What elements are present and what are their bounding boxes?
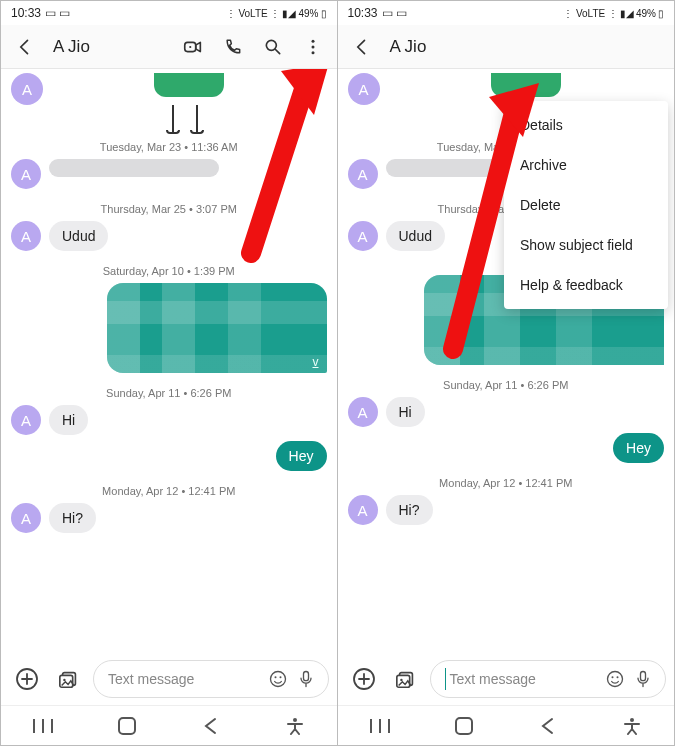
status-signal: ▮◢ xyxy=(282,8,296,19)
message-placeholder: Text message xyxy=(108,671,264,687)
svg-point-5 xyxy=(311,51,314,54)
message-out[interactable]: Hey xyxy=(613,433,664,463)
mic-button[interactable] xyxy=(629,661,657,697)
message-in[interactable]: Hi? xyxy=(386,495,433,525)
avatar[interactable]: A xyxy=(348,397,378,427)
status-time: 10:33 xyxy=(11,6,41,20)
svg-rect-13 xyxy=(303,672,308,681)
menu-delete[interactable]: Delete xyxy=(504,185,668,225)
date-separator: Sunday, Apr 11 • 6:26 PM xyxy=(338,379,675,391)
recents-button[interactable] xyxy=(25,708,61,744)
svg-point-22 xyxy=(617,676,619,678)
emoji-button[interactable] xyxy=(601,661,629,697)
overflow-menu: Details Archive Delete Show subject fiel… xyxy=(504,101,668,309)
recents-button[interactable] xyxy=(362,708,398,744)
svg-point-11 xyxy=(274,676,276,678)
chat-title[interactable]: A Jio xyxy=(384,37,669,57)
svg-rect-14 xyxy=(119,718,135,734)
menu-archive[interactable]: Archive xyxy=(504,145,668,185)
svg-point-15 xyxy=(293,718,297,722)
status-battery: 49% xyxy=(636,8,656,19)
back-nav-button[interactable] xyxy=(193,708,229,744)
avatar[interactable]: A xyxy=(348,495,378,525)
chat-area[interactable]: A Tuesday, Mar 23 • 11:36 AM A Thursday,… xyxy=(1,69,337,653)
menu-help-feedback[interactable]: Help & feedback xyxy=(504,265,668,305)
svg-point-19 xyxy=(400,679,402,681)
add-button[interactable] xyxy=(9,661,45,697)
gallery-button[interactable] xyxy=(388,661,424,697)
message-out[interactable]: Hey xyxy=(276,441,327,471)
voice-call-button[interactable] xyxy=(215,29,251,65)
gallery-button[interactable] xyxy=(51,661,87,697)
message-in[interactable]: Hi xyxy=(386,397,425,427)
svg-point-3 xyxy=(311,39,314,42)
avatar[interactable]: A xyxy=(348,73,380,105)
app-bar: A Jio xyxy=(338,25,675,69)
svg-point-10 xyxy=(270,672,285,687)
message-out-redacted[interactable] xyxy=(107,283,327,373)
add-button[interactable] xyxy=(346,661,382,697)
search-button[interactable] xyxy=(255,29,291,65)
composer: Text message xyxy=(338,653,675,705)
emoji-button[interactable] xyxy=(264,661,292,697)
app-bar: A Jio xyxy=(1,25,337,69)
composer: Text message xyxy=(1,653,337,705)
date-separator: Thursday, Mar 25 • 3:07 PM xyxy=(1,203,337,215)
chat-area[interactable]: A Tuesday, Mar 23 • 11:36 AM A Thursday,… xyxy=(338,69,675,653)
text-cursor xyxy=(445,668,446,690)
status-bar: 10:33 ▭ ▭ ⋮ VoLTE ⋮ ▮◢ 49% ▯ xyxy=(1,1,337,25)
mic-button[interactable] xyxy=(292,661,320,697)
date-separator: Saturday, Apr 10 • 1:39 PM xyxy=(1,265,337,277)
status-signal: ▮◢ xyxy=(620,8,634,19)
chat-title[interactable]: A Jio xyxy=(47,37,171,57)
avatar[interactable]: A xyxy=(11,405,41,435)
accessibility-button[interactable] xyxy=(614,708,650,744)
message-placeholder: Text message xyxy=(450,671,602,687)
back-button[interactable] xyxy=(7,29,43,65)
back-button[interactable] xyxy=(344,29,380,65)
home-button[interactable] xyxy=(446,708,482,744)
svg-point-1 xyxy=(189,45,191,47)
avatar[interactable]: A xyxy=(348,221,378,251)
avatar[interactable]: A xyxy=(11,221,41,251)
menu-details[interactable]: Details xyxy=(504,105,668,145)
avatar[interactable]: A xyxy=(11,159,41,189)
battery-icon: ▯ xyxy=(658,8,664,19)
status-battery: 49% xyxy=(298,8,318,19)
svg-point-4 xyxy=(311,45,314,48)
message-input[interactable]: Text message xyxy=(430,660,667,698)
svg-rect-24 xyxy=(456,718,472,734)
back-nav-button[interactable] xyxy=(530,708,566,744)
link-indicator: v xyxy=(313,355,319,369)
home-button[interactable] xyxy=(109,708,145,744)
status-icon: ▭ ▭ xyxy=(45,6,70,20)
svg-point-25 xyxy=(630,718,634,722)
svg-point-2 xyxy=(266,40,276,50)
message-in[interactable]: Udud xyxy=(49,221,108,251)
message-in[interactable]: Hi xyxy=(49,405,88,435)
phone-left: 10:33 ▭ ▭ ⋮ VoLTE ⋮ ▮◢ 49% ▯ A Jio xyxy=(1,1,338,745)
message-in[interactable]: Udud xyxy=(386,221,445,251)
date-separator: Monday, Apr 12 • 12:41 PM xyxy=(338,477,675,489)
status-time: 10:33 xyxy=(348,6,378,20)
svg-point-20 xyxy=(608,672,623,687)
accessibility-button[interactable] xyxy=(277,708,313,744)
message-redacted xyxy=(49,159,219,177)
avatar[interactable]: A xyxy=(11,73,43,105)
video-call-button[interactable] xyxy=(175,29,211,65)
message-input[interactable]: Text message xyxy=(93,660,329,698)
status-net: ⋮ VoLTE ⋮ xyxy=(563,8,618,19)
sticker-image xyxy=(144,73,234,133)
status-net: ⋮ VoLTE ⋮ xyxy=(226,8,281,19)
phone-right: 10:33 ▭ ▭ ⋮ VoLTE ⋮ ▮◢ 49% ▯ A Jio A xyxy=(338,1,675,745)
menu-show-subject[interactable]: Show subject field xyxy=(504,225,668,265)
date-separator: Monday, Apr 12 • 12:41 PM xyxy=(1,485,337,497)
message-in[interactable]: Hi? xyxy=(49,503,96,533)
battery-icon: ▯ xyxy=(321,8,327,19)
avatar[interactable]: A xyxy=(348,159,378,189)
svg-point-21 xyxy=(612,676,614,678)
svg-point-12 xyxy=(279,676,281,678)
avatar[interactable]: A xyxy=(11,503,41,533)
overflow-menu-button[interactable] xyxy=(295,29,331,65)
status-bar: 10:33 ▭ ▭ ⋮ VoLTE ⋮ ▮◢ 49% ▯ xyxy=(338,1,675,25)
